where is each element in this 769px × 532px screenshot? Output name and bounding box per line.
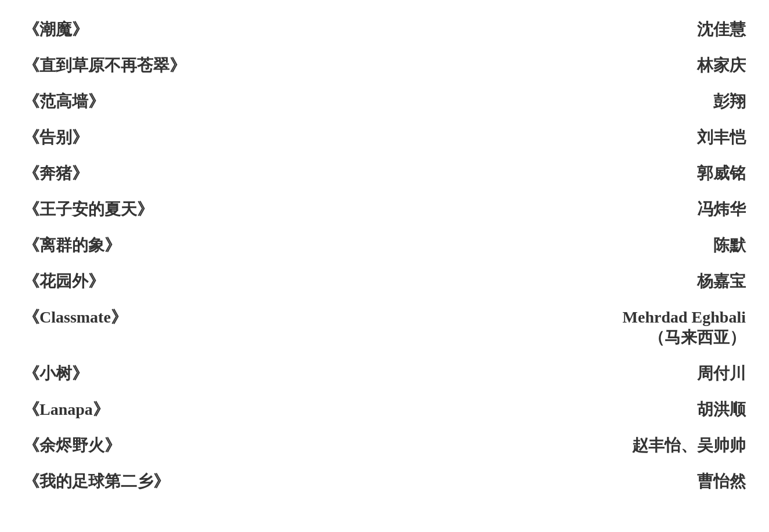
list-item: 《王子安的夏天》冯炜华 [23,191,746,227]
item-author: 刘丰恺 [697,126,746,149]
list-item: 《奔猪》郭威铭 [23,155,746,191]
item-author: 沈佳慧 [697,19,746,41]
item-title: 《潮魔》 [23,19,88,41]
list-item: 《范高墙》彭翔 [23,84,746,120]
item-author: 彭翔 [713,91,746,113]
list-item: 《告别》刘丰恺 [23,120,746,155]
item-title: 《离群的象》 [23,234,121,256]
item-author: 周付川 [697,363,746,385]
item-title: 《我的足球第二乡》 [23,471,169,493]
items-list: 《潮魔》沈佳慧《直到草原不再苍翠》林家庆《范高墙》彭翔《告别》刘丰恺《奔猪》郭威… [23,12,746,500]
list-item: 《我的足球第二乡》曹怡然 [23,464,746,500]
list-item: 《离群的象》陈默 [23,227,746,263]
item-title: 《余烬野火》 [23,435,121,457]
item-title: 《奔猪》 [23,162,88,184]
list-item: 《Classmate》Mehrdad Eghbali（马来西亚） [23,299,746,356]
item-author: 林家庆 [697,55,746,77]
item-author: 郭威铭 [697,162,746,184]
item-author: 杨嘉宝 [697,270,746,292]
item-title: 《告别》 [23,126,88,149]
author-sub: （马来西亚） [648,327,746,349]
item-author: 曹怡然 [697,471,746,493]
item-title: 《花园外》 [23,270,104,292]
item-author: 胡洪顺 [697,399,746,421]
list-item: 《Lanapa》胡洪顺 [23,392,746,428]
list-item: 《潮魔》沈佳慧 [23,12,746,48]
list-item: 《小树》周付川 [23,356,746,392]
item-author: Mehrdad Eghbali（马来西亚） [623,308,746,349]
list-item: 《花园外》杨嘉宝 [23,263,746,299]
item-title: 《直到草原不再苍翠》 [23,55,186,77]
item-author: 赵丰怡、吴帅帅 [632,435,746,457]
list-item: 《余烬野火》赵丰怡、吴帅帅 [23,428,746,464]
item-title: 《Classmate》 [23,306,127,328]
author-main: Mehrdad Eghbali [623,308,746,327]
item-author: 陈默 [713,234,746,256]
item-title: 《王子安的夏天》 [23,198,153,220]
item-title: 《范高墙》 [23,91,104,113]
item-title: 《小树》 [23,363,88,385]
item-author: 冯炜华 [697,198,746,220]
list-item: 《直到草原不再苍翠》林家庆 [23,48,746,84]
item-title: 《Lanapa》 [23,399,109,421]
